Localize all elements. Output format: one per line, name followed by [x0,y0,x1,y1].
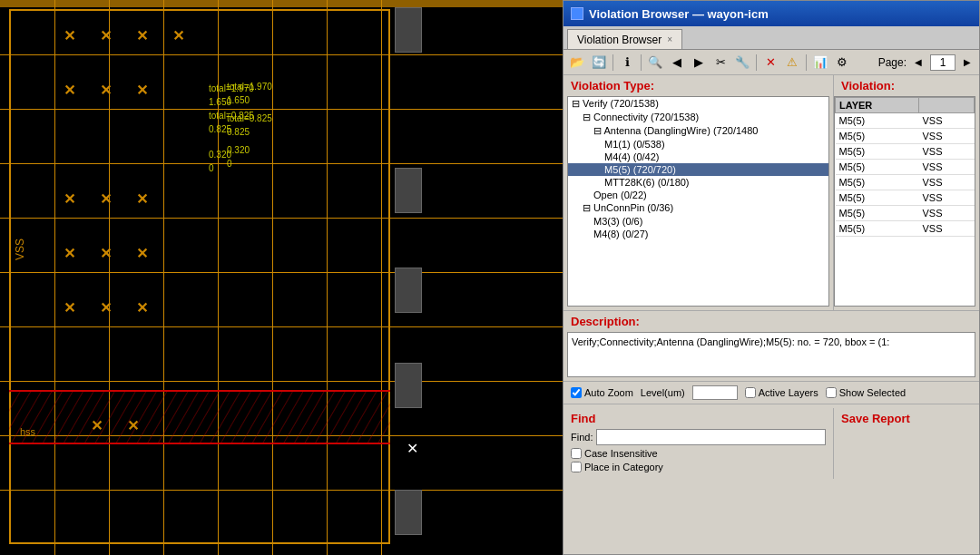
table-row[interactable]: M5(5)VSS [836,175,975,190]
tree-item[interactable]: ⊟ UnConnPin (0/36) [568,201,828,215]
layer-cell: M5(5) [836,190,919,206]
table-row[interactable]: M5(5)VSS [836,113,975,129]
active-layers-text: Active Layers [759,387,818,398]
net-cell: VSS [919,160,975,175]
table-row[interactable]: M5(5)VSS [836,129,975,144]
toolbar-wrench-button[interactable]: 🔧 [732,53,752,73]
layer-cell: M5(5) [836,221,919,237]
level-text: Level(um) [641,387,685,398]
layer-cell: M5(5) [836,175,919,190]
page-prev-button[interactable]: ◀ [910,54,926,71]
layer-cell: M5(5) [836,113,919,129]
level-input[interactable] [692,385,738,400]
table-row[interactable]: M5(5)VSS [836,206,975,221]
case-insensitive-row: Case Insensitive [571,448,826,459]
tab-bar: Violation Browser × [564,26,979,50]
window-icon [571,7,583,20]
toolbar-search-button[interactable]: 🔍 [645,53,665,73]
table-row[interactable]: M5(5)VSS [836,221,975,237]
tree-item[interactable]: ⊟ Antenna (DanglingWire) (720/1480 [568,124,828,138]
table-row[interactable]: M5(5)VSS [836,190,975,206]
find-panel: Find Find: Case Insensitive Place in Cat… [564,408,834,479]
violation-browser-tab[interactable]: Violation Browser × [567,29,682,49]
tree-item[interactable]: M4(4) (0/42) [568,151,828,163]
tree-item[interactable]: M1(1) (0/538) [568,138,828,151]
tree-item[interactable]: M5(5) (720/720) [568,163,828,176]
toolbar-arrow2-button[interactable]: ▶ [689,53,709,73]
save-report-panel: Save Report [834,408,979,479]
toolbar-separator-1 [612,54,613,71]
window-title: Violation Browser — wayon-icm [589,7,769,21]
place-in-category-label[interactable]: Place in Category [571,462,663,472]
toolbar-separator-3 [756,54,757,71]
toolbar-open-button[interactable]: 📂 [567,53,587,73]
save-report-header: Save Report [841,412,972,425]
place-in-category-checkbox[interactable] [571,462,582,472]
toolbar-separator-2 [641,54,642,71]
layer-column-header: LAYER [836,98,919,113]
auto-zoom-label: Auto Zoom [584,387,633,398]
main-content: Violation Type: ⊟ Verify (720/1538)⊟ Con… [564,75,979,555]
svg-rect-1 [9,392,390,444]
layer-cell: M5(5) [836,144,919,160]
table-row[interactable]: M5(5)VSS [836,160,975,175]
find-input[interactable] [596,429,826,445]
toolbar-refresh-button[interactable]: 🔄 [589,53,609,73]
toolbar-delete-button[interactable]: ✕ [760,53,780,73]
case-insensitive-text: Case Insensitive [584,448,658,459]
find-header: Find [571,412,826,425]
description-panel: Description: Verify;Connectivity;Antenna… [564,311,979,382]
toolbar-arrow-button[interactable]: ◀ [667,53,687,73]
tree-container[interactable]: ⊟ Verify (720/1538)⊟ Connectivity (720/1… [567,96,829,307]
tree-item[interactable]: Open (0/22) [568,189,828,201]
show-selected-text: Show Selected [839,387,906,398]
tree-item[interactable]: M3(3) (0/6) [568,215,828,228]
violation-table-container[interactable]: LAYER M5(5)VSSM5(5)VSSM5(5)VSSM5(5)VSSM5… [834,96,975,307]
page-label: Page: [878,56,906,69]
table-row[interactable]: M5(5)VSS [836,144,975,160]
window-titlebar: Violation Browser — wayon-icm [564,1,979,26]
active-layers-label[interactable]: Active Layers [745,387,818,398]
violation-header: Violation: [834,75,979,96]
net-cell: VSS [919,221,975,237]
dim-val4: 0 [227,159,232,169]
page-control: Page: ◀ 1 ▶ [878,54,975,71]
violation-panel: Violation: LAYER M5(5)VSSM5(5)VSSM5(5)VS… [834,75,979,310]
violation-type-panel: Violation Type: ⊟ Verify (720/1538)⊟ Con… [564,75,834,310]
net-cell: VSS [919,206,975,221]
case-insensitive-checkbox[interactable] [571,448,582,459]
bottom-controls: Auto Zoom Level(um) Active Layers Show S… [564,382,979,404]
auto-zoom-checkbox-label[interactable]: Auto Zoom [571,387,633,398]
net-cell: VSS [919,113,975,129]
show-selected-label[interactable]: Show Selected [826,387,906,398]
case-insensitive-label[interactable]: Case Insensitive [571,448,658,459]
layer-cell: M5(5) [836,129,919,144]
find-input-row: Find: [571,429,826,445]
tab-close-button[interactable]: × [667,34,672,44]
description-content: Verify;Connectivity;Antenna (DanglingWir… [567,332,975,377]
description-header: Description: [564,311,979,332]
find-save-row: Find Find: Case Insensitive Place in Cat… [564,404,979,482]
toolbar-settings-button[interactable]: ⚙ [832,53,852,73]
page-input[interactable]: 1 [930,54,956,71]
active-layers-checkbox[interactable] [745,387,756,398]
auto-zoom-checkbox[interactable] [571,387,582,398]
tree-item[interactable]: ⊟ Verify (720/1538) [568,97,828,111]
toolbar: 📂 🔄 ℹ 🔍 ◀ ▶ ✂ 🔧 ✕ ⚠ 📊 ⚙ Page: ◀ 1 ▶ [564,50,979,75]
tree-item[interactable]: MTT28K(6) (0/180) [568,176,828,189]
layer-cell: M5(5) [836,160,919,175]
toolbar-info-button[interactable]: ℹ [617,53,637,73]
net-cell: VSS [919,129,975,144]
place-in-category-text: Place in Category [584,462,663,472]
violation-table: LAYER M5(5)VSSM5(5)VSSM5(5)VSSM5(5)VSSM5… [835,97,975,237]
net-cell: VSS [919,190,975,206]
show-selected-checkbox[interactable] [826,387,837,398]
tree-item[interactable]: M4(8) (0/27) [568,228,828,240]
toolbar-chart-button[interactable]: 📊 [810,53,830,73]
page-next-button[interactable]: ▶ [959,54,975,71]
toolbar-cut-button[interactable]: ✂ [710,53,730,73]
net-cell: VSS [919,144,975,160]
panels-row: Violation Type: ⊟ Verify (720/1538)⊟ Con… [564,75,979,311]
tree-item[interactable]: ⊟ Connectivity (720/1538) [568,111,828,124]
toolbar-warning-button[interactable]: ⚠ [782,53,802,73]
